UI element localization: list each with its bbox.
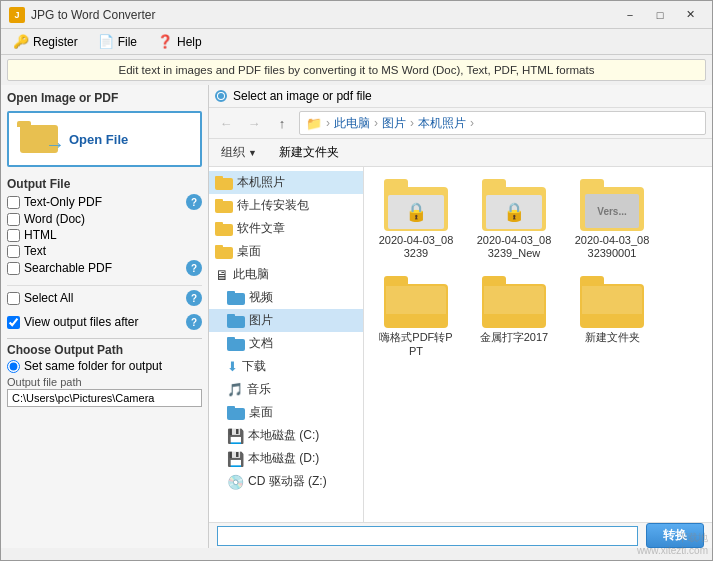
- menu-file[interactable]: 📄 File: [90, 32, 145, 52]
- open-image-title: Open Image or PDF: [7, 91, 202, 105]
- cb-text-pdf-label: Text-Only PDF: [24, 195, 102, 209]
- tree-item-drive-c[interactable]: 💾 本地磁盘 (C:): [209, 424, 363, 447]
- drive-d-icon: 💾: [227, 451, 244, 467]
- tree-item-this-pc[interactable]: 🖥 此电脑: [209, 263, 363, 286]
- tree-panel: 本机照片 待上传安装包 软件文章: [209, 167, 364, 522]
- open-file-button[interactable]: → Open File: [7, 111, 202, 167]
- cb-html[interactable]: [7, 229, 20, 242]
- file-item-0[interactable]: 🔒 2020-04-03_083239: [372, 175, 460, 264]
- tree-item-music[interactable]: 🎵 音乐: [209, 378, 363, 401]
- breadcrumb-pictures[interactable]: 图片: [382, 115, 406, 132]
- folder-icon: [227, 337, 245, 351]
- cb-text[interactable]: [7, 245, 20, 258]
- file-label-3: 嗨格式PDF转PPT: [376, 331, 456, 357]
- tree-item-desktop2[interactable]: 桌面: [209, 401, 363, 424]
- convert-button[interactable]: 转换: [646, 523, 704, 548]
- help-menu-icon: ❓: [157, 34, 173, 50]
- organize-button[interactable]: 组织 ▼: [215, 142, 263, 163]
- cb-html-label: HTML: [24, 228, 57, 242]
- breadcrumb: 📁 › 此电脑 › 图片 › 本机照片 ›: [299, 111, 706, 135]
- choose-output-title: Choose Output Path: [7, 343, 202, 357]
- tree-item-software-articles[interactable]: 软件文章: [209, 217, 363, 240]
- organize-label: 组织: [221, 144, 245, 161]
- output-path-input[interactable]: C:\Users\pc\Pictures\Camera: [7, 389, 202, 407]
- cb-word[interactable]: [7, 213, 20, 226]
- maximize-button[interactable]: □: [646, 6, 674, 24]
- checkbox-word: Word (Doc): [7, 211, 202, 227]
- app-title: JPG to Word Converter: [31, 8, 156, 22]
- output-section: Output File Text-Only PDF ? Word (Doc) H…: [7, 177, 202, 277]
- choose-output-section: Choose Output Path Set same folder for o…: [7, 338, 202, 407]
- output-path-label: Output file path: [7, 376, 202, 388]
- breadcrumb-local-photos[interactable]: 本机照片: [418, 115, 466, 132]
- tree-item-videos[interactable]: 视频: [209, 286, 363, 309]
- file-item-4[interactable]: 金属打字2017: [470, 272, 558, 361]
- checkbox-text-pdf: Text-Only PDF ?: [7, 193, 202, 211]
- cb-view-output[interactable]: [7, 316, 20, 329]
- file-icon: 📄: [98, 34, 114, 50]
- right-panel: Select an image or pdf file ← → ↑ 📁 › 此电…: [209, 85, 712, 548]
- app-icon: J: [9, 7, 25, 23]
- folder-icon-3: [384, 276, 448, 328]
- tree-item-downloads[interactable]: ⬇ 下载: [209, 355, 363, 378]
- radio-same-folder-input[interactable]: [7, 360, 20, 373]
- file-label-4: 金属打字2017: [480, 331, 548, 344]
- download-icon: ⬇: [227, 359, 238, 374]
- nav-back-button[interactable]: ←: [215, 112, 237, 134]
- menu-register[interactable]: 🔑 Register: [5, 32, 86, 52]
- file-item-2[interactable]: Vers... 2020-04-03_0832390001: [568, 175, 656, 264]
- view-output-label: View output files after: [24, 315, 139, 329]
- file-item-1[interactable]: 🔒 2020-04-03_083239_New: [470, 175, 558, 264]
- open-file-folder-icon: →: [17, 121, 61, 157]
- folder-icon: [227, 406, 245, 420]
- files-grid: 🔒 2020-04-03_083239 🔒: [364, 167, 712, 522]
- tree-item-documents[interactable]: 文档: [209, 332, 363, 355]
- key-icon: 🔑: [13, 34, 29, 50]
- nav-up-button[interactable]: ↑: [271, 112, 293, 134]
- tree-item-pictures[interactable]: 图片: [209, 309, 363, 332]
- cb-select-all[interactable]: [7, 292, 20, 305]
- folder-icon: [215, 176, 233, 190]
- menu-file-label: File: [118, 35, 137, 49]
- minimize-button[interactable]: −: [616, 6, 644, 24]
- title-bar: J JPG to Word Converter − □ ✕: [1, 1, 712, 29]
- help-view-output-icon[interactable]: ?: [186, 314, 202, 330]
- new-folder-label: 新建文件夹: [279, 145, 339, 159]
- tree-item-desktop1[interactable]: 桌面: [209, 240, 363, 263]
- menu-help-label: Help: [177, 35, 202, 49]
- tree-item-cdrom[interactable]: 💿 CD 驱动器 (Z:): [209, 470, 363, 493]
- folder-icon: [227, 291, 245, 305]
- drive-c-icon: 💾: [227, 428, 244, 444]
- bottom-bar: 转换: [209, 522, 712, 548]
- new-folder-button[interactable]: 新建文件夹: [271, 142, 347, 163]
- cb-text-label: Text: [24, 244, 46, 258]
- menu-help[interactable]: ❓ Help: [149, 32, 210, 52]
- file-browser-header: Select an image or pdf file: [209, 85, 712, 108]
- breadcrumb-sep1: ›: [326, 116, 330, 130]
- breadcrumb-folder-icon: 📁: [306, 116, 322, 131]
- organize-chevron-icon: ▼: [248, 148, 257, 158]
- nav-forward-button[interactable]: →: [243, 112, 265, 134]
- filename-input[interactable]: [217, 526, 638, 546]
- select-all-row: Select All ?: [7, 285, 202, 306]
- main-layout: Open Image or PDF → Open File Output Fil…: [1, 85, 712, 548]
- file-item-5[interactable]: 新建文件夹: [568, 272, 656, 361]
- folder-thumb-1: 🔒: [482, 179, 546, 231]
- tree-item-upload-pkg[interactable]: 待上传安装包: [209, 194, 363, 217]
- help-searchable-pdf-icon[interactable]: ?: [186, 260, 202, 276]
- select-all-label: Select All: [24, 291, 73, 305]
- folder-icon: [215, 245, 233, 259]
- close-button[interactable]: ✕: [676, 6, 704, 24]
- help-select-all-icon[interactable]: ?: [186, 290, 202, 306]
- open-file-label: Open File: [69, 132, 128, 147]
- help-text-pdf-icon[interactable]: ?: [186, 194, 202, 210]
- info-banner-text: Edit text in images and PDF files by con…: [119, 64, 595, 76]
- cb-text-pdf[interactable]: [7, 196, 20, 209]
- breadcrumb-pc[interactable]: 此电脑: [334, 115, 370, 132]
- tree-item-drive-d[interactable]: 💾 本地磁盘 (D:): [209, 447, 363, 470]
- cb-searchable-pdf[interactable]: [7, 262, 20, 275]
- tree-item-local-photos[interactable]: 本机照片: [209, 171, 363, 194]
- file-item-3[interactable]: 嗨格式PDF转PPT: [372, 272, 460, 361]
- toolbar: 组织 ▼ 新建文件夹: [209, 139, 712, 167]
- cb-searchable-pdf-label: Searchable PDF: [24, 261, 112, 275]
